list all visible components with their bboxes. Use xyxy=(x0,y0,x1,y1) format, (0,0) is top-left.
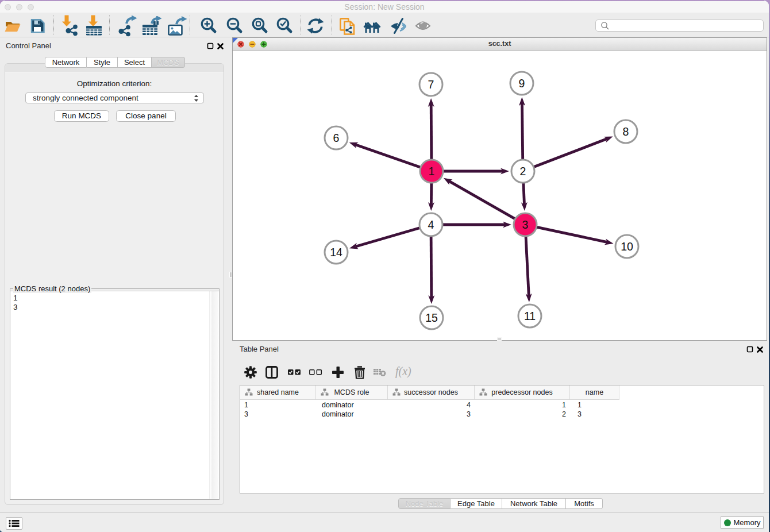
svg-text:8: 8 xyxy=(623,125,629,138)
svg-text:1: 1 xyxy=(429,165,435,178)
svg-text:4: 4 xyxy=(428,218,434,231)
svg-text:14: 14 xyxy=(330,246,342,259)
svg-text:11: 11 xyxy=(524,310,536,322)
svg-text:2: 2 xyxy=(520,165,526,178)
svg-text:6: 6 xyxy=(333,132,340,144)
svg-text:7: 7 xyxy=(428,78,434,91)
svg-text:9: 9 xyxy=(519,77,525,90)
svg-text:10: 10 xyxy=(621,240,633,253)
svg-text:3: 3 xyxy=(522,218,529,231)
svg-text:15: 15 xyxy=(425,311,438,324)
